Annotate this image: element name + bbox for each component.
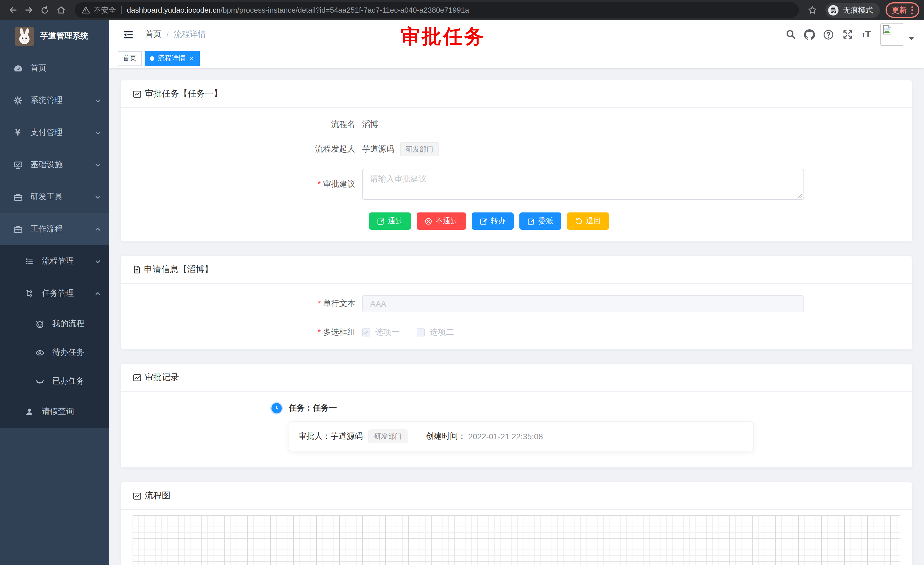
eye-closed-icon: [33, 376, 46, 386]
github-icon[interactable]: [800, 23, 819, 46]
sidebar-item-done-tasks[interactable]: 已办任务: [0, 367, 109, 396]
chevron-up-icon: [95, 290, 101, 296]
button-label: 通过: [388, 216, 403, 226]
incognito-icon: [828, 4, 839, 16]
approval-actions: 通过 不通过 转办 委: [369, 212, 900, 230]
card-body: [121, 510, 912, 565]
sidebar-item-label: 已办任务: [52, 376, 101, 386]
checkbox-label: 选项二: [430, 327, 454, 338]
back-icon[interactable]: [4, 2, 21, 18]
card-title: 审批记录: [145, 372, 179, 383]
card-header: 审批记录: [121, 364, 912, 392]
suggestion-row: 审批建议 请输入审批建议: [133, 169, 900, 200]
avatar-caret-icon[interactable]: [909, 37, 914, 40]
button-label: 退回: [586, 216, 601, 226]
sidebar-menu: 首页 系统管理 ¥ 支付管理: [0, 52, 109, 428]
reject-button[interactable]: 不通过: [417, 212, 466, 230]
sidebar-collapse-icon[interactable]: [118, 24, 138, 45]
sidebar-item-infrastructure[interactable]: 基础设施: [0, 149, 109, 181]
single-text-row: 单行文本 AAA: [133, 295, 900, 313]
sidebar-item-system[interactable]: 系统管理: [0, 84, 109, 117]
monitor-icon: [12, 160, 24, 170]
breadcrumb-home[interactable]: 首页: [145, 29, 161, 40]
chevron-down-icon: [95, 97, 101, 104]
field-label: 流程名: [133, 119, 362, 130]
app-title: 芋道管理系统: [40, 31, 88, 41]
card-title: 申请信息【滔博】: [144, 264, 213, 275]
url-path: /bpm/process-instance/detail?id=54aa251f…: [220, 6, 469, 14]
sidebar-item-process-management[interactable]: 流程管理: [0, 245, 109, 277]
sidebar-item-todo-tasks[interactable]: 待办任务: [0, 338, 109, 367]
button-label: 转办: [491, 216, 506, 226]
approval-task-card: 审批任务【任务一】 流程名 滔博 流程发起人 芋道源码 研发部门: [120, 80, 912, 242]
card-title: 审批任务【任务一】: [145, 89, 222, 99]
user-icon: [23, 407, 36, 416]
sidebar-item-leave-query[interactable]: 请假查询: [0, 396, 109, 428]
approve-button[interactable]: 通过: [369, 212, 411, 230]
toolbox-icon: [12, 192, 24, 202]
robot-icon: [33, 319, 46, 329]
bookmark-star-icon[interactable]: [805, 3, 819, 18]
fullscreen-icon[interactable]: [838, 23, 857, 46]
home-icon[interactable]: [53, 2, 69, 18]
initiator-value: 芋道源码: [362, 144, 394, 155]
card-title: 流程图: [145, 490, 171, 501]
help-icon[interactable]: [819, 23, 838, 46]
search-icon[interactable]: [781, 23, 800, 46]
annotation-overlay: 审批任务: [400, 24, 486, 50]
font-size-icon[interactable]: TT: [857, 23, 876, 46]
list-icon: [23, 257, 36, 266]
breadcrumb-separator: /: [166, 30, 169, 39]
address-bar[interactable]: 不安全 dashboard.yudao.iocoder.cn/bpm/proce…: [75, 2, 799, 18]
sidebar-item-workflow[interactable]: 工作流程: [0, 213, 109, 245]
card-body: 任务：任务一 审批人： 芋道源码 研发部门 创建时间： 2022-01-21 2…: [121, 392, 912, 467]
approver-label: 审批人：: [298, 431, 331, 442]
browser-menu-icon[interactable]: [911, 6, 913, 14]
document-icon: [133, 265, 141, 274]
edit-icon: [527, 217, 535, 225]
sidebar-item-label: 工作流程: [30, 224, 95, 234]
dashboard-icon: [12, 63, 24, 73]
app-logo-row[interactable]: 芋道管理系统: [0, 20, 109, 52]
sidebar-item-task-management[interactable]: 任务管理: [0, 277, 109, 310]
security-label[interactable]: 不安全: [93, 5, 116, 15]
checkbox-option-1[interactable]: 选项一: [362, 327, 399, 338]
field-label: 单行文本: [133, 299, 362, 309]
return-button[interactable]: 退回: [567, 212, 609, 230]
field-label: 流程发起人: [133, 144, 362, 155]
incognito-label: 无痕模式: [843, 5, 873, 15]
avatar[interactable]: [880, 23, 903, 46]
circle-close-icon: [425, 217, 432, 225]
transfer-button[interactable]: 转办: [472, 212, 514, 230]
page-url[interactable]: dashboard.yudao.iocoder.cn/bpm/process-i…: [127, 6, 469, 14]
close-icon[interactable]: ×: [189, 54, 194, 62]
sidebar-item-label: 待办任务: [52, 347, 101, 358]
forward-icon[interactable]: [21, 2, 37, 18]
sidebar-item-payment[interactable]: ¥ 支付管理: [0, 117, 109, 149]
department-tag: 研发部门: [369, 430, 408, 443]
card-header: 申请信息【滔博】: [121, 256, 912, 284]
tab-home[interactable]: 首页: [118, 51, 142, 66]
sidebar-item-label: 流程管理: [42, 256, 95, 266]
update-label: 更新: [892, 5, 907, 15]
warning-icon: [81, 6, 90, 14]
single-text-input[interactable]: AAA: [362, 295, 804, 313]
picture-chart-icon: [133, 373, 142, 382]
chevron-down-icon: [95, 162, 101, 168]
suggestion-textarea[interactable]: 请输入审批建议: [362, 169, 804, 200]
delegate-button[interactable]: 委派: [519, 212, 561, 230]
bpmn-canvas[interactable]: [133, 515, 900, 565]
timeline-task-row: 任务：任务一: [272, 403, 900, 413]
reload-icon[interactable]: [37, 2, 53, 18]
breadcrumb-current: 流程详情: [174, 29, 206, 40]
picture-chart-icon: [133, 491, 142, 500]
chevron-up-icon: [95, 226, 101, 232]
sidebar-item-home[interactable]: 首页: [0, 52, 109, 84]
record-detail-card: 审批人： 芋道源码 研发部门 创建时间： 2022-01-21 22:35:08: [289, 421, 753, 451]
checkbox-option-2[interactable]: 选项二: [417, 327, 454, 338]
tab-process-detail[interactable]: 流程详情 ×: [145, 51, 200, 66]
sidebar-item-my-process[interactable]: 我的流程: [0, 310, 109, 338]
update-button[interactable]: 更新: [885, 2, 920, 18]
page-content: 审批任务【任务一】 流程名 滔博 流程发起人 芋道源码 研发部门: [109, 68, 924, 565]
sidebar-item-devtools[interactable]: 研发工具: [0, 181, 109, 213]
